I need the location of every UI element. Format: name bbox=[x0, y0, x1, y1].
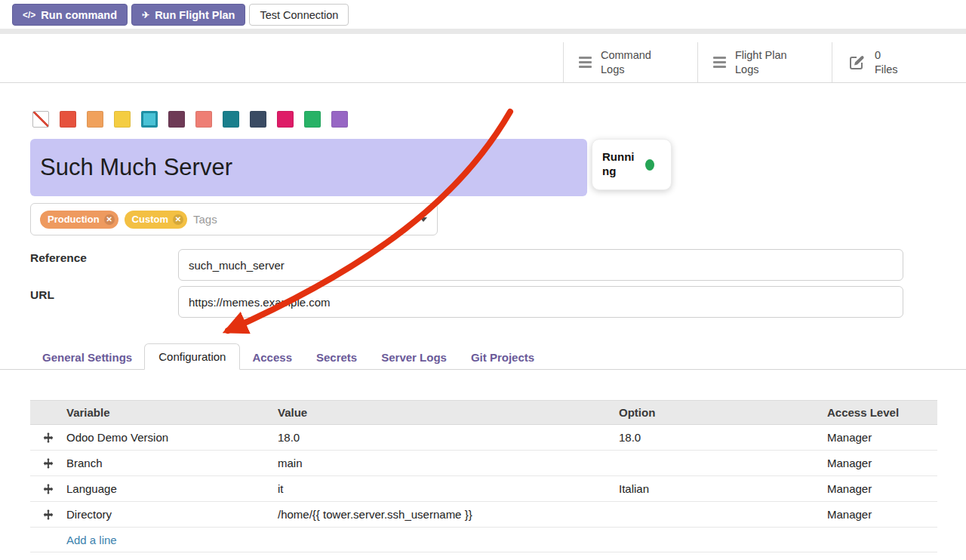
server-name-value: Such Much Server bbox=[40, 154, 232, 181]
server-form-page: </> Run command ✈ Run Flight Plan Test C… bbox=[0, 0, 966, 560]
color-swatch-picker bbox=[32, 111, 348, 128]
drag-handle-icon[interactable] bbox=[30, 509, 66, 520]
list-icon bbox=[713, 57, 726, 68]
color-swatch-orange[interactable] bbox=[87, 111, 103, 128]
tag-production-label: Production bbox=[48, 214, 100, 225]
flight-plan-logs-label: Flight Plan Logs bbox=[735, 48, 797, 77]
tab-access[interactable]: Access bbox=[240, 346, 304, 369]
cell-value[interactable]: /home/{{ tower.server.ssh_username }} bbox=[278, 508, 619, 521]
cell-value[interactable]: it bbox=[278, 482, 619, 495]
command-logs-label: Command Logs bbox=[601, 48, 663, 77]
color-swatch-none[interactable] bbox=[32, 111, 49, 128]
tab-secrets[interactable]: Secrets bbox=[304, 346, 369, 369]
status-badge: Running bbox=[592, 139, 672, 190]
cell-value[interactable]: 18.0 bbox=[278, 431, 619, 444]
cell-access-level[interactable]: Manager bbox=[827, 431, 937, 444]
tag-custom-label: Custom bbox=[132, 214, 168, 225]
test-connection-button[interactable]: Test Connection bbox=[249, 4, 349, 26]
column-header-access-level: Access Level bbox=[827, 406, 937, 419]
color-swatch-navy[interactable] bbox=[250, 111, 266, 128]
reference-field[interactable]: such_much_server bbox=[178, 249, 903, 281]
run-command-label: Run command bbox=[41, 9, 117, 21]
run-command-button[interactable]: </> Run command bbox=[12, 4, 128, 26]
run-flight-plan-button[interactable]: ✈ Run Flight Plan bbox=[131, 4, 245, 26]
color-swatch-salmon[interactable] bbox=[195, 111, 212, 128]
tag-production: Production ✕ bbox=[40, 211, 118, 229]
variables-table: Variable Value Option Access Level Odoo … bbox=[30, 400, 937, 552]
flight-plan-logs-button[interactable]: Flight Plan Logs bbox=[697, 42, 832, 82]
table-row[interactable]: Branch main Manager bbox=[30, 451, 937, 476]
table-row[interactable]: Odoo Demo Version 18.0 18.0 Manager bbox=[30, 425, 937, 451]
cell-option[interactable]: Italian bbox=[619, 482, 827, 495]
cell-access-level[interactable]: Manager bbox=[827, 508, 937, 521]
color-swatch-teal[interactable] bbox=[223, 111, 239, 128]
remove-tag-icon[interactable]: ✕ bbox=[173, 214, 183, 225]
cell-option[interactable]: 18.0 bbox=[619, 431, 827, 444]
tab-server-logs[interactable]: Server Logs bbox=[369, 346, 459, 369]
tab-general-settings[interactable]: General Settings bbox=[30, 346, 144, 369]
url-field[interactable]: https://memes.example.com bbox=[178, 286, 903, 318]
color-swatch-plum[interactable] bbox=[168, 111, 185, 128]
reference-label: Reference bbox=[30, 251, 87, 265]
table-row[interactable]: Language it Italian Manager bbox=[30, 476, 937, 502]
tab-configuration[interactable]: Configuration bbox=[144, 343, 240, 370]
test-connection-label: Test Connection bbox=[260, 9, 338, 21]
remove-tag-icon[interactable]: ✕ bbox=[104, 214, 115, 225]
files-button[interactable]: 0 Files bbox=[832, 42, 966, 82]
action-toolbar: </> Run command ✈ Run Flight Plan Test C… bbox=[12, 4, 349, 26]
table-header-row: Variable Value Option Access Level bbox=[30, 400, 937, 425]
stat-button-band: Command Logs Flight Plan Logs 0 Files bbox=[0, 42, 966, 83]
files-label: Files bbox=[875, 63, 898, 75]
notebook-tabs: General Settings Configuration Access Se… bbox=[0, 343, 966, 370]
drag-handle-icon[interactable] bbox=[30, 484, 66, 494]
url-value: https://memes.example.com bbox=[189, 296, 331, 309]
table-row[interactable]: Directory /home/{{ tower.server.ssh_user… bbox=[30, 502, 937, 528]
list-icon bbox=[579, 57, 592, 68]
server-name-input[interactable]: Such Much Server bbox=[30, 139, 587, 196]
cell-variable[interactable]: Odoo Demo Version bbox=[66, 431, 278, 444]
color-swatch-yellow[interactable] bbox=[114, 111, 131, 128]
column-header-value: Value bbox=[278, 406, 619, 419]
tab-git-projects[interactable]: Git Projects bbox=[459, 346, 546, 369]
status-label: Running bbox=[602, 150, 638, 179]
divider-strip bbox=[0, 29, 966, 34]
cell-variable[interactable]: Branch bbox=[66, 457, 278, 469]
status-dot-icon bbox=[645, 159, 654, 171]
drag-handle-icon[interactable] bbox=[30, 432, 66, 443]
tags-input[interactable]: Production ✕ Custom ✕ Tags bbox=[30, 203, 438, 235]
cell-variable[interactable]: Directory bbox=[66, 508, 278, 521]
color-swatch-green[interactable] bbox=[304, 111, 321, 128]
color-swatch-red[interactable] bbox=[60, 111, 76, 128]
color-swatch-cyan[interactable] bbox=[141, 111, 158, 128]
column-header-variable: Variable bbox=[66, 406, 278, 419]
run-flight-plan-label: Run Flight Plan bbox=[155, 9, 235, 21]
chevron-down-icon[interactable] bbox=[420, 217, 427, 222]
color-swatch-magenta[interactable] bbox=[277, 111, 294, 128]
drag-handle-icon[interactable] bbox=[30, 458, 66, 469]
plane-icon: ✈ bbox=[142, 10, 149, 20]
cell-access-level[interactable]: Manager bbox=[827, 457, 937, 469]
files-count: 0 bbox=[875, 49, 881, 61]
url-label: URL bbox=[30, 288, 54, 302]
add-a-line-link[interactable]: Add a line bbox=[30, 528, 937, 552]
edit-note-icon bbox=[848, 54, 866, 72]
cell-value[interactable]: main bbox=[278, 457, 619, 469]
code-icon: </> bbox=[23, 10, 35, 20]
cell-access-level[interactable]: Manager bbox=[827, 482, 937, 495]
cell-variable[interactable]: Language bbox=[66, 482, 278, 495]
tag-custom: Custom ✕ bbox=[125, 211, 187, 229]
tags-placeholder: Tags bbox=[193, 213, 217, 226]
color-swatch-purple[interactable] bbox=[331, 111, 348, 128]
column-header-option: Option bbox=[619, 406, 827, 419]
reference-value: such_much_server bbox=[189, 259, 285, 272]
command-logs-button[interactable]: Command Logs bbox=[563, 42, 697, 82]
